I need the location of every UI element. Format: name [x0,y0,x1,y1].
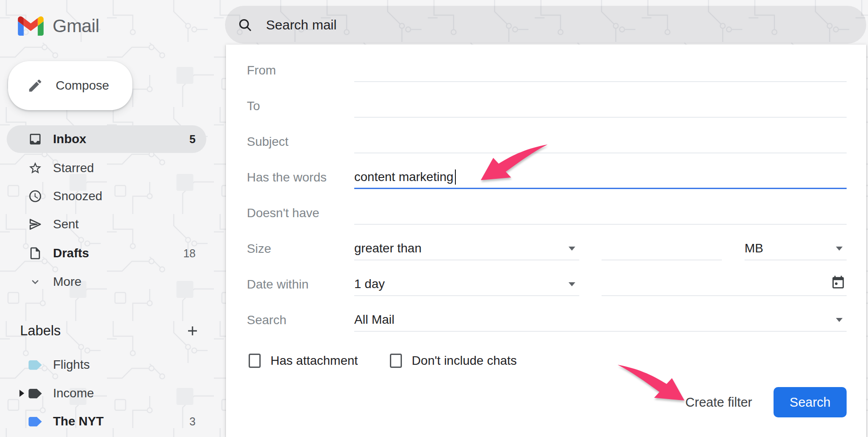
to-input[interactable] [354,95,847,118]
send-icon [28,217,43,231]
chevron-down-icon [28,276,43,288]
calendar-icon[interactable] [831,275,846,290]
clock-icon [28,189,43,203]
to-label: To [247,99,354,113]
sidebar-item-label: Sent [53,217,79,231]
labels-title: Labels [20,323,61,339]
sidebar-item-inbox[interactable]: Inbox 5 [7,125,206,153]
compose-label: Compose [56,78,109,93]
dropdown-arrow-icon [568,246,576,251]
sidebar-item-label: Drafts [53,246,89,260]
sidebar-item-label: Inbox [53,132,86,146]
date-within-label: Date within [247,277,354,292]
search-icon[interactable] [237,17,253,33]
doesnt-have-label: Doesn't have [247,206,354,220]
search-submit-button[interactable]: Search [774,387,847,417]
annotation-arrow-has-words [478,142,550,184]
size-operator-dropdown[interactable]: greater than [354,237,579,260]
draft-icon [28,246,43,260]
sidebar-item-drafts[interactable]: Drafts 18 [7,239,206,267]
has-words-label: Has the words [247,170,354,185]
search-scope-dropdown[interactable]: All Mail [354,309,847,332]
gmail-app: Gmail Compose Inbox 5 [0,0,868,437]
dont-include-chats-checkbox[interactable] [390,354,402,368]
expand-arrow-icon[interactable] [19,390,25,397]
compose-button[interactable]: Compose [8,61,132,110]
size-unit-dropdown[interactable]: MB [745,237,847,260]
label-tag-icon [28,388,43,400]
sidebar-item-starred[interactable]: Starred [7,154,206,182]
size-amount-input[interactable] [602,237,722,260]
date-input[interactable] [602,273,847,296]
sidebar-item-label: Snoozed [53,189,102,203]
has-words-value: content marketing [354,170,454,184]
search-scope-row: Search All Mail [247,309,847,332]
from-label: From [247,63,354,78]
subject-input[interactable] [354,130,847,153]
brand-wordmark: Gmail [53,16,99,37]
dont-include-chats-label: Don't include chats [412,354,517,368]
sidebar-item-sent[interactable]: Sent [7,210,206,238]
from-row: From [247,59,847,82]
star-icon [28,161,43,175]
has-attachment-option[interactable]: Has attachment [249,354,358,368]
dont-include-chats-option[interactable]: Don't include chats [390,354,517,368]
dropdown-arrow-icon [835,246,843,251]
doesnt-have-row: Doesn't have [247,202,847,225]
has-the-words-input[interactable]: content marketing [354,166,847,189]
dropdown-arrow-icon [835,317,843,322]
annotation-arrow-create-filter [615,361,687,405]
search-bar[interactable]: Search mail [225,6,866,44]
label-name: The NYT [53,414,104,429]
sidebar-label-income[interactable]: Income [7,379,206,407]
actions-row: Create filter Search [247,387,847,418]
label-name: Income [53,386,94,400]
pencil-icon [27,78,43,94]
search-filter-panel: From To Subject Has the words content ma… [226,45,866,437]
size-row: Size greater than MB [247,237,847,260]
from-input[interactable] [354,59,847,82]
label-count: 3 [189,415,196,428]
sidebar-item-snoozed[interactable]: Snoozed [7,182,206,210]
date-range-dropdown[interactable]: 1 day [354,273,579,296]
gmail-logo[interactable]: Gmail [18,13,99,38]
dropdown-arrow-icon [568,282,576,287]
drafts-count: 18 [183,247,196,260]
label-tag-icon [28,416,43,428]
unread-count: 5 [189,133,196,146]
search-scope-label: Search [247,313,354,327]
sidebar: Gmail Compose Inbox 5 [0,0,225,437]
gmail-m-icon [18,16,44,36]
create-label-button[interactable] [185,323,200,338]
doesnt-have-input[interactable] [354,202,847,225]
sidebar-label-flights[interactable]: Flights [7,351,206,379]
size-label: Size [247,242,354,256]
search-input[interactable]: Search mail [266,17,336,33]
has-attachment-checkbox[interactable] [249,354,261,368]
date-within-row: Date within 1 day [247,273,847,296]
label-name: Flights [53,358,90,372]
plus-icon [185,323,200,338]
sidebar-item-label: More [53,275,82,289]
create-filter-button[interactable]: Create filter [685,395,752,410]
to-row: To [247,95,847,118]
text-cursor [455,169,456,185]
has-attachment-label: Has attachment [270,354,358,368]
sidebar-item-label: Starred [53,161,94,175]
sidebar-label-the-nyt[interactable]: The NYT 3 [7,408,206,435]
checkbox-row: Has attachment Don't include chats [247,351,847,371]
subject-label: Subject [247,135,354,149]
inbox-icon [28,132,43,146]
labels-header: Labels [20,317,200,345]
label-tag-icon [28,359,43,371]
sidebar-item-more[interactable]: More [7,268,206,296]
